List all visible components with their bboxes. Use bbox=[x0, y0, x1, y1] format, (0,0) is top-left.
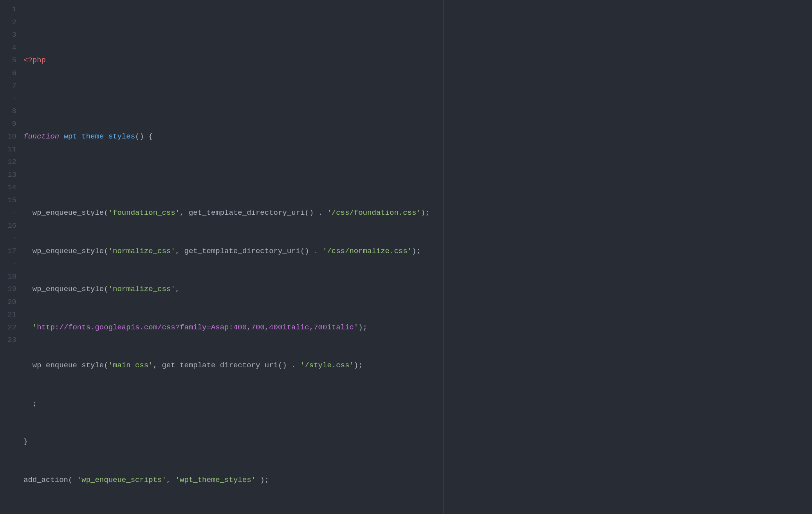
line-number: · bbox=[0, 207, 16, 219]
line-number: 1 bbox=[0, 3, 16, 16]
code-line bbox=[23, 169, 812, 182]
line-number: 18 bbox=[0, 270, 16, 283]
code-editor[interactable]: 1 2 3 4 5 6 7 · 8 9 10 11 12 13 14 15 · … bbox=[0, 0, 812, 514]
code-line bbox=[23, 92, 812, 105]
code-line: wp_enqueue_style('normalize_css', get_te… bbox=[23, 245, 812, 258]
code-line: ; bbox=[23, 397, 812, 410]
url-link[interactable]: http://fonts.googleapis.com/css?family=A… bbox=[37, 323, 354, 332]
line-number: 8 bbox=[0, 105, 16, 118]
line-number: · bbox=[0, 92, 16, 105]
line-number: 6 bbox=[0, 67, 16, 80]
line-number: 20 bbox=[0, 296, 16, 309]
line-number: 15 bbox=[0, 194, 16, 207]
code-line: wp_enqueue_style('main_css', get_templat… bbox=[23, 359, 812, 372]
line-number: 13 bbox=[0, 169, 16, 182]
line-number: 19 bbox=[0, 283, 16, 296]
code-line: <?php bbox=[23, 54, 812, 67]
line-number: 9 bbox=[0, 118, 16, 131]
code-line: function wpt_theme_styles() { bbox=[23, 130, 812, 143]
line-number: 4 bbox=[0, 41, 16, 54]
code-line bbox=[23, 512, 812, 514]
code-line: 'http://fonts.googleapis.com/css?family=… bbox=[23, 321, 812, 334]
php-open-tag: <?php bbox=[23, 56, 46, 65]
code-line: wp_enqueue_style('foundation_css', get_t… bbox=[23, 207, 812, 219]
line-number: 23 bbox=[0, 334, 16, 347]
code-area[interactable]: <?php function wpt_theme_styles() { wp_e… bbox=[21, 0, 812, 514]
line-number: 3 bbox=[0, 29, 16, 41]
line-number: 12 bbox=[0, 156, 16, 169]
line-number: · bbox=[0, 232, 16, 245]
line-number: 7 bbox=[0, 79, 16, 92]
line-number: · bbox=[0, 257, 16, 270]
gutter: 1 2 3 4 5 6 7 · 8 9 10 11 12 13 14 15 · … bbox=[0, 0, 21, 514]
code-line: add_action( 'wp_enqueue_scripts', 'wpt_t… bbox=[23, 474, 812, 487]
line-number: 2 bbox=[0, 16, 16, 29]
code-line: } bbox=[23, 435, 812, 448]
line-number: 17 bbox=[0, 245, 16, 258]
line-number: 21 bbox=[0, 308, 16, 321]
line-number: 14 bbox=[0, 181, 16, 194]
line-number: 5 bbox=[0, 54, 16, 67]
line-number: 16 bbox=[0, 219, 16, 232]
line-number: 22 bbox=[0, 321, 16, 334]
line-number: 11 bbox=[0, 143, 16, 156]
code-line: wp_enqueue_style('normalize_css', bbox=[23, 283, 812, 296]
line-number: 10 bbox=[0, 130, 16, 143]
